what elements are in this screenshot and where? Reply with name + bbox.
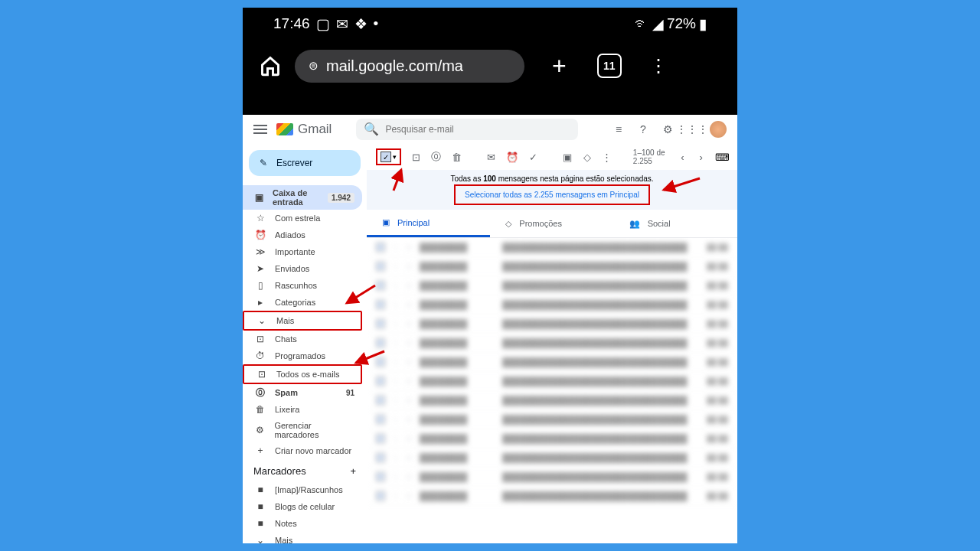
chat-icon: ⊡	[255, 334, 266, 344]
mail-row[interactable]: ✓☆⊳█████████████████████████████████████…	[367, 334, 737, 353]
add-label-icon[interactable]: +	[350, 465, 356, 477]
mail-row[interactable]: ✓☆⊳█████████████████████████████████████…	[367, 315, 737, 334]
labels-icon[interactable]: ◇	[583, 151, 590, 163]
people-icon: 👥	[629, 219, 640, 229]
mail-row[interactable]: ✓☆⊳█████████████████████████████████████…	[367, 295, 737, 315]
sent-icon: ➤	[255, 263, 266, 274]
sidebar-item-sent[interactable]: ➤Enviados	[243, 260, 362, 277]
report-icon[interactable]: ⓪	[431, 151, 441, 163]
compose-label: Escrever	[276, 158, 312, 168]
chevron-down-icon: ⌄	[255, 535, 266, 543]
spam-icon: ⓪	[255, 387, 266, 398]
battery-icon: ▮	[699, 15, 707, 33]
mail-row[interactable]: ✓☆⊳█████████████████████████████████████…	[367, 372, 737, 391]
dropdown-icon: ▾	[393, 153, 397, 161]
label-icon: ■	[255, 518, 266, 529]
tab-primary[interactable]: ▣Principal	[367, 210, 490, 237]
markread-icon[interactable]: ✉	[487, 151, 495, 163]
chevron-right-icon: ▸	[255, 297, 266, 308]
inbox-tab-icon: ▣	[382, 217, 390, 227]
gallery-icon: ▢	[316, 15, 330, 33]
sidebar-item-new-label[interactable]: +Criar novo marcador	[243, 442, 362, 459]
select-all-link[interactable]: Selecionar todas as 2.255 mensagens em P…	[454, 184, 650, 205]
trash-icon: 🗑	[255, 404, 266, 415]
page-info: 1–100 de 2.255	[633, 148, 668, 165]
mail-row[interactable]: ✓☆⊳█████████████████████████████████████…	[367, 238, 737, 257]
mail-row[interactable]: ✓☆⊳█████████████████████████████████████…	[367, 487, 737, 506]
apps-icon[interactable]: ⋮⋮⋮	[685, 122, 699, 136]
help-icon[interactable]: ?	[636, 122, 650, 136]
sidebar-item-spam[interactable]: ⓪Spam91	[243, 384, 362, 401]
mail-row[interactable]: ✓☆⊳█████████████████████████████████████…	[367, 410, 737, 429]
sidebar-item-categories[interactable]: ▸Categorias	[243, 294, 362, 311]
battery-label: 72%	[667, 15, 696, 32]
dot-icon: •	[374, 15, 379, 32]
search-options-icon[interactable]: ≡	[612, 122, 626, 136]
avatar[interactable]	[710, 121, 727, 138]
more-icon[interactable]: ⋮	[602, 151, 612, 163]
signal-icon: ◢	[652, 15, 664, 33]
browser-bar: ⊜ mail.google.com/ma + 11 ⋮	[243, 40, 737, 92]
label-notes[interactable]: ■Notes	[243, 515, 362, 532]
sidebar-item-snoozed[interactable]: ⏰Adiados	[243, 227, 362, 243]
chevron-down-icon: ⌄	[256, 315, 267, 326]
snooze-icon[interactable]: ⏰	[506, 151, 518, 163]
star-icon: ☆	[255, 213, 266, 223]
category-tabs: ▣Principal ◇Promoções 👥Social	[367, 210, 737, 238]
label-imap[interactable]: ■[Imap]/Rascunhos	[243, 481, 362, 498]
important-icon: ≫	[255, 246, 266, 257]
sidebar: ✎ Escrever ▣Caixa de entrada1.942 ☆Com e…	[243, 144, 367, 543]
sidebar-item-trash[interactable]: 🗑Lixeira	[243, 401, 362, 418]
select-all-checkbox[interactable]: ✓ ▾	[376, 148, 401, 165]
moveto-icon[interactable]: ▣	[563, 151, 572, 163]
search-box[interactable]: 🔍	[356, 119, 578, 140]
mail-row[interactable]: ✓☆⊳█████████████████████████████████████…	[367, 429, 737, 448]
new-tab-icon[interactable]: +	[552, 52, 567, 80]
site-settings-icon: ⊜	[309, 59, 318, 73]
plus-icon: +	[255, 445, 266, 456]
sidebar-item-starred[interactable]: ☆Com estrela	[243, 210, 362, 227]
url-bar[interactable]: ⊜ mail.google.com/ma	[295, 50, 524, 83]
settings-icon[interactable]: ⚙	[661, 122, 675, 136]
input-icon[interactable]: ⌨	[716, 151, 728, 163]
label-icon: ■	[255, 484, 266, 495]
label-blogs[interactable]: ■Blogs de celular	[243, 498, 362, 515]
gmail-logo[interactable]: Gmail	[276, 122, 332, 137]
pencil-icon: ✎	[260, 158, 267, 168]
mail-row[interactable]: ✓☆⊳█████████████████████████████████████…	[367, 353, 737, 372]
menu-icon[interactable]	[253, 125, 267, 134]
browser-menu-icon[interactable]: ⋮	[649, 55, 668, 77]
sidebar-item-important[interactable]: ≫Importante	[243, 243, 362, 260]
checkbox-icon: ✓	[381, 152, 391, 162]
main-pane: ✓ ▾ ⊡ ⓪ 🗑 ✉ ⏰ ✓ ▣ ◇ ⋮ 1–100 de 2.255	[367, 144, 737, 543]
sidebar-item-drafts[interactable]: ▯Rascunhos	[243, 277, 362, 294]
sidebar-item-chats[interactable]: ⊡Chats	[243, 331, 362, 347]
mail-row[interactable]: ✓☆⊳█████████████████████████████████████…	[367, 276, 737, 295]
archive-icon[interactable]: ⊡	[412, 151, 420, 163]
mail-row[interactable]: ✓☆⊳█████████████████████████████████████…	[367, 391, 737, 410]
tab-social[interactable]: 👥Social	[614, 210, 737, 237]
tab-switcher[interactable]: 11	[597, 54, 622, 78]
sidebar-item-more[interactable]: ⌄Mais	[243, 311, 362, 331]
tab-promotions[interactable]: ◇Promoções	[490, 210, 613, 237]
search-input[interactable]	[385, 124, 570, 135]
prev-page-icon[interactable]: ‹	[678, 151, 686, 163]
mail-row[interactable]: ✓☆⊳█████████████████████████████████████…	[367, 468, 737, 487]
home-icon[interactable]	[260, 55, 281, 77]
compose-button[interactable]: ✎ Escrever	[249, 150, 361, 176]
label-more[interactable]: ⌄Mais	[243, 532, 362, 543]
next-page-icon[interactable]: ›	[697, 151, 705, 163]
sidebar-item-inbox[interactable]: ▣Caixa de entrada1.942	[243, 185, 362, 210]
gmail-brand: Gmail	[298, 122, 332, 137]
delete-icon[interactable]: 🗑	[452, 151, 462, 163]
wifi-icon: ᯤ	[635, 15, 649, 32]
sidebar-item-allmail[interactable]: ⊡Todos os e-mails	[243, 364, 362, 384]
addtask-icon[interactable]: ✓	[529, 151, 537, 163]
mail-row[interactable]: ✓☆⊳█████████████████████████████████████…	[367, 448, 737, 468]
gmail-header: Gmail 🔍 ≡ ? ⚙ ⋮⋮⋮	[243, 115, 737, 144]
mail-row[interactable]: ✓☆⊳█████████████████████████████████████…	[367, 257, 737, 276]
sidebar-item-scheduled[interactable]: ⏱Programados	[243, 347, 362, 364]
sidebar-item-manage-labels[interactable]: ⚙Gerenciar marcadores	[243, 418, 362, 442]
allmail-icon: ⊡	[256, 369, 267, 380]
mail-list: ✓☆⊳█████████████████████████████████████…	[367, 238, 737, 543]
